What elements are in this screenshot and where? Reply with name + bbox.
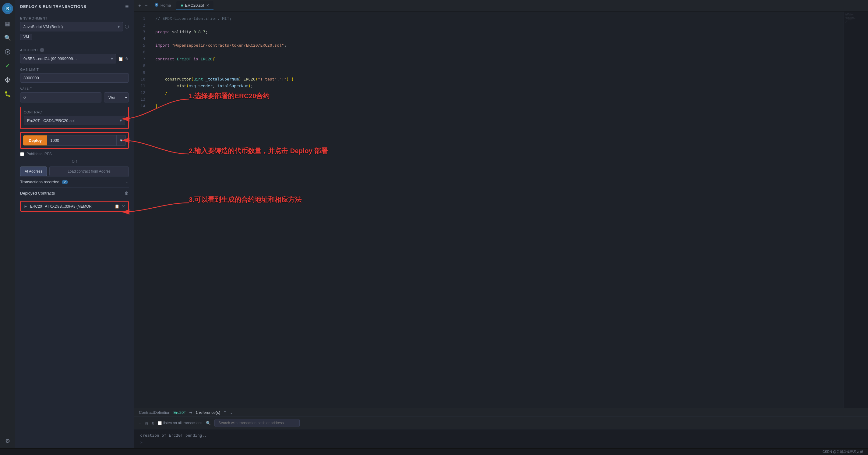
publish-ipfs-label: Publish to IPFS (27, 152, 52, 156)
publish-ipfs-row: Publish to IPFS (20, 152, 129, 156)
address-row: At Address Load contract from Addres (20, 167, 129, 176)
icon-bar: R ▦ 🔍 ✔ 🐛 ⚙ (0, 0, 15, 448)
transactions-recorded-row[interactable]: Transactions recorded 2 ⌄ (20, 176, 129, 187)
panel-body: ENVIRONMENT JavaScript VM (Berlin) ▼ ⓘ V… (15, 12, 134, 448)
environment-select[interactable]: JavaScript VM (Berlin) (20, 22, 123, 31)
code-editor-area: 1 2 3 4 5 6 7 8 9 10 11 12 13 14 (134, 11, 868, 408)
app-logo: R (2, 3, 13, 14)
contract-def-prefix: ContractDefinition (139, 410, 170, 415)
nav-check-icon[interactable]: ✔ (3, 62, 12, 70)
deployed-contract-item[interactable]: ► ERC20T AT 0XD8B...33FA8 (MEMOR 📋 ✕ (20, 201, 129, 211)
nav-debug-icon[interactable]: 🐛 (3, 90, 12, 98)
environment-info-icon[interactable]: ⓘ (125, 24, 129, 30)
line-numbers: 1 2 3 4 5 6 7 8 9 10 11 12 13 14 (134, 11, 149, 408)
value-unit-select[interactable]: Wei Gwei Finney Ether (104, 92, 129, 103)
contract-section: CONTRACT Erc20T - CSDN/ERC20.sol ▼ (20, 107, 129, 129)
tx-bar: ⎓ ◷ 0 listen on all transactions 🔍 (134, 417, 868, 429)
main-area: + − R Home ■ ERC20.sol ✕ (134, 0, 868, 448)
transactions-recorded-label: Transactions recorded (20, 180, 59, 184)
status-credit: CSDN @后端常规开发人员 (823, 450, 863, 454)
panel-header: DEPLOY & RUN TRANSACTIONS ☰ (15, 0, 134, 12)
publish-ipfs-checkbox[interactable] (20, 152, 24, 156)
tx-filter-icon[interactable]: ⎓ (139, 421, 141, 425)
gas-limit-label: GAS LIMIT (20, 68, 129, 72)
at-address-button[interactable]: At Address (20, 167, 47, 176)
terminal-area: creation of Erc20T pending... > (134, 429, 868, 448)
panel-title: DEPLOY & RUN TRANSACTIONS (20, 4, 86, 9)
contract-ref-count: 1 reference(s) (195, 410, 220, 415)
environment-label: ENVIRONMENT (20, 17, 129, 20)
zoom-out-button[interactable]: − (144, 2, 149, 9)
tab-erc20[interactable]: ■ ERC20.sol ✕ (176, 1, 214, 10)
value-section: VALUE Wei Gwei Finney Ether (20, 87, 129, 103)
deploy-amount-input[interactable] (47, 135, 117, 146)
deployed-contract-name: ERC20T AT 0XD8B...33FA8 (MEMOR (30, 204, 112, 208)
nav-search-icon[interactable]: 🔍 (3, 33, 12, 42)
deploy-button[interactable]: Deploy (23, 135, 47, 145)
or-divider: OR (20, 159, 129, 164)
tx-clear-icon[interactable]: ◷ (145, 421, 148, 425)
account-edit-icon[interactable]: ✎ (125, 56, 129, 61)
listen-all-text: listen on all transactions (163, 421, 202, 425)
erc20-tab-icon: ■ (181, 3, 183, 8)
listen-all-label[interactable]: listen on all transactions (158, 421, 202, 425)
left-panel: DEPLOY & RUN TRANSACTIONS ☰ ENVIRONMENT … (15, 0, 134, 448)
deployed-item-close-icon[interactable]: ✕ (122, 204, 125, 208)
creation-text: creation of Erc20T pending... (140, 433, 862, 437)
account-section: ACCOUNT + 0x5B3...eddC4 (99.9999999… ▼ 📋… (20, 48, 129, 63)
gas-limit-input[interactable] (20, 73, 129, 83)
value-input[interactable] (20, 92, 101, 103)
home-tab-icon: R (154, 3, 159, 8)
contract-def-arrow-icon: ➜ (189, 410, 192, 415)
deployed-contracts-row[interactable]: Deployed Contracts 🗑 (20, 187, 129, 199)
deploy-dropdown-arrow[interactable]: ▼ (117, 135, 126, 146)
erc20-tab-label: ERC20.sol (185, 3, 204, 8)
terminal-prompt: > (140, 440, 862, 445)
load-contract-button[interactable]: Load contract from Addres (49, 167, 129, 176)
contract-def-chevron-up-icon[interactable]: ⌃ (223, 410, 226, 415)
contract-label: CONTRACT (24, 110, 125, 114)
account-select[interactable]: 0x5B3...eddC4 (99.9999999… (20, 54, 116, 63)
deployed-contracts-label: Deployed Contracts (20, 191, 55, 196)
listen-all-checkbox[interactable] (158, 421, 162, 425)
contract-def-bar: ContractDefinition Erc20T ➜ 1 reference(… (134, 408, 868, 417)
vm-badge: VM (20, 34, 32, 40)
contract-select[interactable]: Erc20T - CSDN/ERC20.sol (24, 116, 125, 125)
deployed-item-chevron-icon: ► (24, 204, 28, 208)
transactions-chevron-icon: ⌄ (126, 180, 129, 184)
tab-bar: + − R Home ■ ERC20.sol ✕ (134, 0, 868, 11)
account-info-icon[interactable]: + (40, 48, 44, 52)
code-editor: 1 2 3 4 5 6 7 8 9 10 11 12 13 14 (134, 11, 868, 408)
gas-limit-section: GAS LIMIT (20, 68, 129, 83)
account-copy-icon[interactable]: 📋 (118, 56, 123, 61)
deploy-section: Deploy ▼ (20, 132, 129, 149)
environment-section: ENVIRONMENT JavaScript VM (Berlin) ▼ ⓘ V… (20, 17, 129, 44)
contract-def-chevron-down-icon[interactable]: ⌄ (230, 410, 233, 415)
tx-search-icon[interactable]: 🔍 (206, 421, 211, 425)
svg-text:R: R (156, 4, 157, 6)
contract-def-name[interactable]: Erc20T (173, 410, 186, 415)
svg-point-3 (7, 51, 8, 53)
account-label: ACCOUNT + (20, 48, 129, 52)
erc20-tab-close-icon[interactable]: ✕ (206, 3, 209, 8)
tab-home[interactable]: R Home (150, 1, 176, 10)
nav-files-icon[interactable]: ▦ (3, 20, 12, 28)
nav-source-icon[interactable] (3, 48, 12, 56)
minimap: // SPDX... pragma solidity... import "@o… (844, 11, 868, 408)
status-bar: CSDN @后端常规开发人员 (0, 448, 868, 455)
editor-bottom: ContractDefinition Erc20T ➜ 1 reference(… (134, 408, 868, 448)
home-tab-label: Home (160, 3, 171, 8)
deployed-contracts-trash-icon[interactable]: 🗑 (125, 191, 129, 196)
code-content[interactable]: // SPDX-License-Identifier: MIT; pragma … (149, 11, 844, 408)
tx-search-input[interactable] (214, 419, 300, 427)
panel-menu-icon[interactable]: ☰ (125, 4, 129, 9)
value-label: VALUE (20, 87, 129, 91)
svg-text:R: R (6, 6, 9, 11)
zoom-in-button[interactable]: + (137, 2, 142, 9)
nav-deploy-icon[interactable] (3, 76, 12, 84)
transactions-badge: 2 (62, 180, 68, 184)
nav-settings-icon[interactable]: ⚙ (3, 437, 12, 445)
deployed-item-copy-icon[interactable]: 📋 (115, 204, 119, 208)
tx-count: 0 (152, 421, 154, 425)
